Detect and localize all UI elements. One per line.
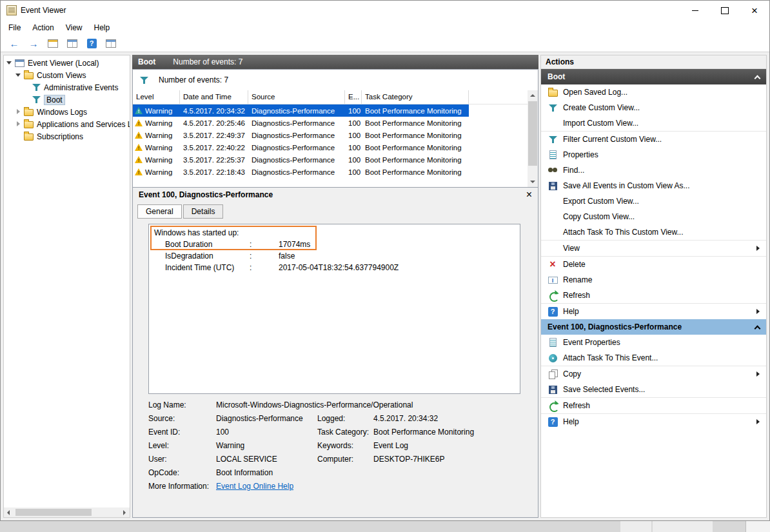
action-rename[interactable]: Rename bbox=[541, 272, 766, 288]
event-detail-pane: Event 100, Diagnostics-Performance Gener… bbox=[133, 187, 538, 517]
action-attach-task-event[interactable]: Attach Task To This Event... bbox=[541, 350, 766, 366]
close-button[interactable] bbox=[740, 1, 769, 20]
action-event-properties[interactable]: Event Properties bbox=[541, 335, 766, 350]
filter-bar: Number of events: 7 bbox=[133, 70, 538, 90]
action-import-custom-view[interactable]: Import Custom View... bbox=[541, 115, 766, 131]
collapse-chevron-icon[interactable] bbox=[755, 326, 761, 332]
refresh-icon bbox=[549, 291, 557, 300]
event-row[interactable]: Warning 4.5.2017. 20:25:46 Diagnostics-P… bbox=[133, 117, 469, 129]
event-row[interactable]: Warning 3.5.2017. 22:18:43 Diagnostics-P… bbox=[133, 166, 469, 178]
property-row: User: LOCAL SERVICE Computer: DESKTOP-7H… bbox=[148, 453, 538, 467]
action-refresh-event[interactable]: Refresh bbox=[541, 398, 766, 413]
chevron-expanded-icon[interactable] bbox=[6, 60, 12, 66]
export-list-button[interactable] bbox=[64, 36, 81, 51]
action-view-submenu[interactable]: View bbox=[541, 241, 766, 256]
menu-action[interactable]: Action bbox=[26, 21, 59, 34]
filter-funnel-icon bbox=[140, 76, 148, 84]
action-attach-task-custom-view[interactable]: Attach Task To This Custom View... bbox=[541, 224, 766, 240]
scroll-right-button[interactable] bbox=[119, 507, 130, 517]
chevron-collapsed-icon[interactable] bbox=[15, 121, 21, 127]
scrollbar-thumb[interactable] bbox=[15, 509, 92, 516]
back-button[interactable] bbox=[6, 36, 23, 51]
column-header-event-id[interactable]: E... bbox=[345, 90, 362, 104]
tree-item-subscriptions[interactable]: Subscriptions bbox=[4, 130, 130, 143]
action-save-selected-events[interactable]: Save Selected Events... bbox=[541, 382, 766, 397]
action-filter-current-custom-view[interactable]: Filter Current Custom View... bbox=[541, 132, 766, 147]
tree-item-boot[interactable]: Boot bbox=[4, 94, 130, 106]
column-header-level[interactable]: Level bbox=[133, 90, 180, 104]
event-row[interactable]: Warning 3.5.2017. 22:25:37 Diagnostics-P… bbox=[133, 153, 469, 166]
action-create-custom-view[interactable]: Create Custom View... bbox=[541, 100, 766, 115]
scroll-down-button[interactable] bbox=[528, 177, 538, 187]
show-hide-console-tree-button[interactable] bbox=[44, 36, 61, 51]
detail-field: Boot Duration : 17074ms bbox=[154, 239, 515, 250]
actions-section-boot-header[interactable]: Boot bbox=[541, 69, 766, 84]
detail-header: Event 100, Diagnostics-Performance bbox=[133, 188, 538, 202]
column-header-source[interactable]: Source bbox=[248, 90, 345, 104]
action-delete[interactable]: Delete bbox=[541, 257, 766, 272]
action-help-submenu[interactable]: Help bbox=[541, 304, 766, 319]
tab-general[interactable]: General bbox=[137, 204, 182, 219]
titlebar: Event Viewer bbox=[1, 1, 769, 20]
scroll-up-button[interactable] bbox=[528, 90, 538, 101]
maximize-button[interactable] bbox=[710, 1, 740, 20]
scroll-left-button[interactable] bbox=[4, 507, 14, 517]
attach-task-icon bbox=[549, 354, 557, 362]
tree-item-administrative-events[interactable]: Administrative Events bbox=[4, 81, 130, 94]
warning-icon bbox=[135, 144, 143, 151]
event-row[interactable]: Warning 3.5.2017. 22:40:22 Diagnostics-P… bbox=[133, 141, 469, 153]
toolbar-help-button[interactable] bbox=[83, 36, 100, 51]
tree-item-event-viewer-local[interactable]: Event Viewer (Local) bbox=[4, 57, 130, 69]
chevron-expanded-icon[interactable] bbox=[15, 72, 21, 78]
scrollbar-thumb[interactable] bbox=[528, 101, 537, 166]
blank-icon bbox=[548, 243, 558, 253]
action-refresh[interactable]: Refresh bbox=[541, 288, 766, 303]
chevron-collapsed-icon[interactable] bbox=[15, 109, 21, 115]
filter-funnel-icon bbox=[549, 135, 557, 144]
taskbar-item[interactable] bbox=[653, 521, 713, 532]
action-export-custom-view[interactable]: Export Custom View... bbox=[541, 193, 766, 209]
refresh-icon bbox=[549, 402, 557, 410]
tree-horizontal-scrollbar[interactable] bbox=[4, 507, 130, 517]
action-save-all-events[interactable]: Save All Events in Custom View As... bbox=[541, 178, 766, 193]
menu-help[interactable]: Help bbox=[88, 21, 116, 34]
taskbar-item[interactable] bbox=[620, 521, 651, 532]
column-header-task-category[interactable]: Task Category bbox=[362, 90, 469, 104]
menu-file[interactable]: File bbox=[3, 21, 26, 34]
menu-bar: File Action View Help bbox=[1, 20, 769, 35]
filter-funnel-icon bbox=[32, 95, 41, 104]
event-list-scrollbar[interactable] bbox=[528, 90, 538, 187]
action-open-saved-log[interactable]: Open Saved Log... bbox=[541, 84, 766, 100]
tree-item-windows-logs[interactable]: Windows Logs bbox=[4, 106, 130, 118]
forward-button[interactable] bbox=[25, 36, 42, 51]
tab-details[interactable]: Details bbox=[183, 204, 224, 219]
menu-view[interactable]: View bbox=[60, 21, 88, 34]
folder-open-icon bbox=[548, 90, 558, 97]
close-detail-button[interactable] bbox=[526, 190, 532, 200]
action-copy-submenu[interactable]: Copy bbox=[541, 366, 766, 382]
action-find[interactable]: Find... bbox=[541, 163, 766, 178]
submenu-arrow-icon bbox=[756, 371, 760, 377]
tree-item-custom-views[interactable]: Custom Views bbox=[4, 69, 130, 81]
warning-icon bbox=[135, 156, 143, 163]
workspace: Event Viewer (Local) Custom Views Admini… bbox=[1, 52, 769, 520]
event-row[interactable]: Warning 4.5.2017. 20:34:32 Diagnostics-P… bbox=[133, 104, 469, 117]
actions-section-event-header[interactable]: Event 100, Diagnostics-Performance bbox=[541, 319, 766, 335]
action-properties[interactable]: Properties bbox=[541, 147, 766, 163]
results-header-count: Number of events: 7 bbox=[173, 57, 242, 66]
taskbar-item[interactable] bbox=[745, 521, 770, 532]
scrollbar-track[interactable] bbox=[14, 507, 119, 517]
event-row[interactable]: Warning 3.5.2017. 22:49:37 Diagnostics-P… bbox=[133, 129, 469, 141]
results-header-title: Boot bbox=[138, 57, 155, 66]
arrow-left-icon bbox=[10, 38, 19, 49]
column-header-date-time[interactable]: Date and Time bbox=[180, 90, 248, 104]
event-log-online-help-link[interactable]: Event Log Online Help bbox=[216, 482, 293, 491]
console-tree: Event Viewer (Local) Custom Views Admini… bbox=[4, 55, 130, 143]
warning-icon bbox=[135, 107, 143, 114]
tree-item-applications-services-logs[interactable]: Applications and Services Logs bbox=[4, 118, 130, 130]
minimize-button[interactable] bbox=[680, 1, 710, 20]
collapse-chevron-icon[interactable] bbox=[755, 75, 761, 82]
action-copy-custom-view[interactable]: Copy Custom View... bbox=[541, 209, 766, 224]
action-help-event-submenu[interactable]: Help bbox=[541, 414, 766, 429]
show-hide-action-pane-button[interactable] bbox=[103, 36, 119, 51]
